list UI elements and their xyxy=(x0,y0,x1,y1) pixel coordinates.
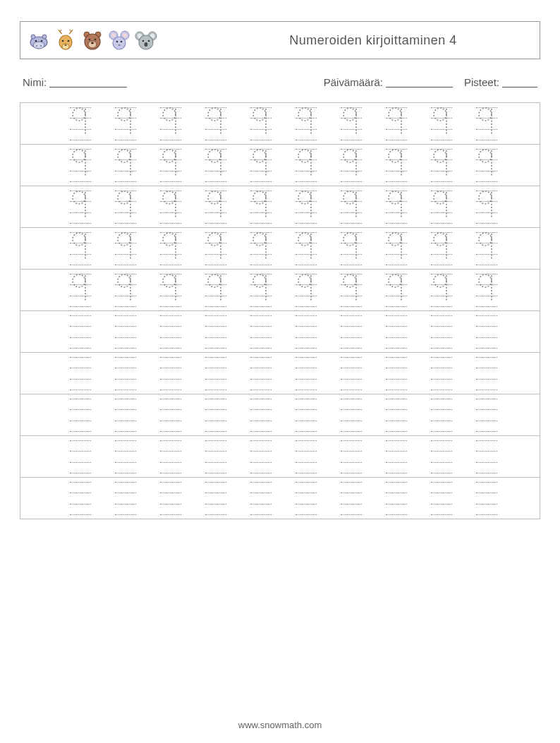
tracer-cell[interactable] xyxy=(431,274,452,306)
tracer-cell[interactable] xyxy=(115,399,136,431)
tracer-cell[interactable] xyxy=(250,399,272,431)
tracer-cell[interactable] xyxy=(386,357,407,389)
tracer-cell[interactable] xyxy=(296,232,317,265)
tracer-cell[interactable] xyxy=(70,482,91,514)
tracer-cell[interactable] xyxy=(386,107,407,140)
date-blank[interactable] xyxy=(386,77,453,87)
name-blank[interactable] xyxy=(49,77,127,87)
score-blank[interactable] xyxy=(502,77,537,87)
tracer-cell[interactable] xyxy=(476,107,497,140)
tracer-cell[interactable] xyxy=(476,149,497,181)
tracer-cell[interactable] xyxy=(476,482,497,514)
tracer-cell[interactable] xyxy=(431,107,452,140)
tracer-cell[interactable] xyxy=(250,315,272,348)
tracer-cell[interactable] xyxy=(115,482,136,514)
tracer-cell[interactable] xyxy=(205,232,226,265)
tracer-cell[interactable] xyxy=(205,191,226,223)
tracer-cell[interactable] xyxy=(160,274,181,306)
tracer-cell[interactable] xyxy=(115,274,136,306)
tracer-cell[interactable] xyxy=(115,107,136,140)
tracer-cell[interactable] xyxy=(160,149,181,181)
tracer-cell[interactable] xyxy=(205,357,226,389)
tracer-cell[interactable] xyxy=(431,232,452,265)
tracer-cell[interactable] xyxy=(341,232,362,265)
tracer-cell[interactable] xyxy=(70,357,91,389)
tracer-cell[interactable] xyxy=(250,191,272,223)
tracer-cell[interactable] xyxy=(431,149,452,181)
tracer-cell[interactable] xyxy=(160,357,181,389)
tracer-cell[interactable] xyxy=(115,315,136,348)
tracer-cell[interactable] xyxy=(205,107,226,140)
tracer-cell[interactable] xyxy=(341,315,362,348)
tracer-cell[interactable] xyxy=(386,482,407,514)
tracer-cell[interactable] xyxy=(250,274,272,306)
tracer-cell[interactable] xyxy=(70,399,91,431)
tracer-cell[interactable] xyxy=(250,482,272,514)
tracer-cell[interactable] xyxy=(431,357,452,389)
tracer-cell[interactable] xyxy=(476,232,497,265)
tracer-cell[interactable] xyxy=(296,191,317,223)
tracer-cell[interactable] xyxy=(296,357,317,389)
tracer-cell[interactable] xyxy=(115,232,136,265)
tracer-cell[interactable] xyxy=(386,232,407,265)
tracer-cell[interactable] xyxy=(341,399,362,431)
tracer-cell[interactable] xyxy=(476,191,497,223)
tracer-cell[interactable] xyxy=(431,315,452,348)
tracer-cell[interactable] xyxy=(386,274,407,306)
tracer-cell[interactable] xyxy=(205,315,226,348)
tracer-cell[interactable] xyxy=(70,440,91,473)
tracer-cell[interactable] xyxy=(296,315,317,348)
tracer-cell[interactable] xyxy=(296,149,317,181)
tracer-cell[interactable] xyxy=(296,274,317,306)
tracer-cell[interactable] xyxy=(70,191,91,223)
tracer-cell[interactable] xyxy=(70,315,91,348)
tracer-cell[interactable] xyxy=(386,315,407,348)
tracer-cell[interactable] xyxy=(341,357,362,389)
tracer-cell[interactable] xyxy=(115,357,136,389)
tracer-cell[interactable] xyxy=(160,399,181,431)
tracer-cell[interactable] xyxy=(296,482,317,514)
tracer-cell[interactable] xyxy=(476,274,497,306)
tracer-cell[interactable] xyxy=(70,232,91,265)
tracer-cell[interactable] xyxy=(160,315,181,348)
tracer-cell[interactable] xyxy=(250,440,272,473)
tracer-cell[interactable] xyxy=(250,357,272,389)
tracer-cell[interactable] xyxy=(205,274,226,306)
tracer-cell[interactable] xyxy=(160,482,181,514)
tracer-cell[interactable] xyxy=(205,399,226,431)
tracer-cell[interactable] xyxy=(115,191,136,223)
tracer-cell[interactable] xyxy=(476,357,497,389)
tracer-cell[interactable] xyxy=(160,191,181,223)
tracer-cell[interactable] xyxy=(160,440,181,473)
tracer-cell[interactable] xyxy=(160,232,181,265)
tracer-cell[interactable] xyxy=(205,149,226,181)
tracer-cell[interactable] xyxy=(386,191,407,223)
tracer-cell[interactable] xyxy=(205,482,226,514)
tracer-cell[interactable] xyxy=(341,440,362,473)
tracer-cell[interactable] xyxy=(296,440,317,473)
tracer-cell[interactable] xyxy=(70,107,91,140)
tracer-cell[interactable] xyxy=(386,440,407,473)
tracer-cell[interactable] xyxy=(296,399,317,431)
tracer-cell[interactable] xyxy=(476,315,497,348)
tracer-cell[interactable] xyxy=(341,191,362,223)
tracer-cell[interactable] xyxy=(70,149,91,181)
tracer-cell[interactable] xyxy=(341,274,362,306)
tracer-cell[interactable] xyxy=(205,440,226,473)
tracer-cell[interactable] xyxy=(160,107,181,140)
tracer-cell[interactable] xyxy=(341,149,362,181)
tracer-cell[interactable] xyxy=(115,149,136,181)
tracer-cell[interactable] xyxy=(386,149,407,181)
tracer-cell[interactable] xyxy=(250,107,272,140)
tracer-cell[interactable] xyxy=(476,399,497,431)
tracer-cell[interactable] xyxy=(250,149,272,181)
tracer-cell[interactable] xyxy=(115,440,136,473)
tracer-cell[interactable] xyxy=(476,440,497,473)
tracer-cell[interactable] xyxy=(431,440,452,473)
tracer-cell[interactable] xyxy=(70,274,91,306)
tracer-cell[interactable] xyxy=(431,482,452,514)
tracer-cell[interactable] xyxy=(296,107,317,140)
tracer-cell[interactable] xyxy=(386,399,407,431)
tracer-cell[interactable] xyxy=(250,232,272,265)
tracer-cell[interactable] xyxy=(341,482,362,514)
